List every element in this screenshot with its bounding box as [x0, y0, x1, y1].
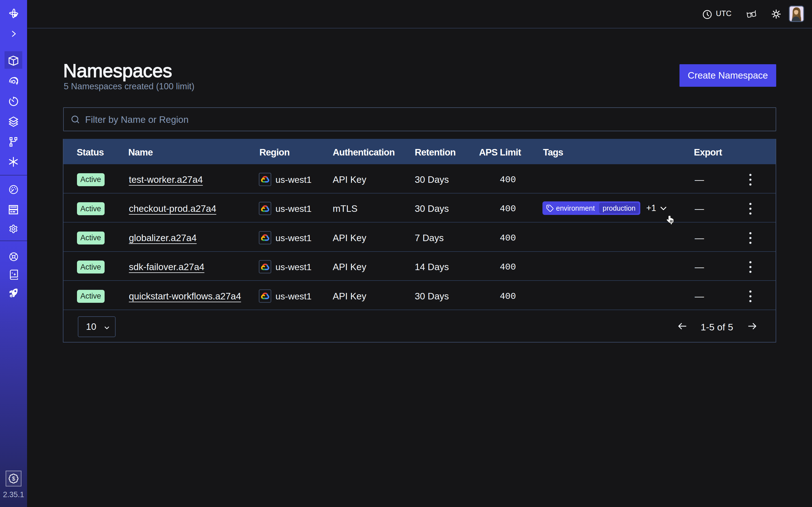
svg-text:$: $: [12, 475, 15, 482]
